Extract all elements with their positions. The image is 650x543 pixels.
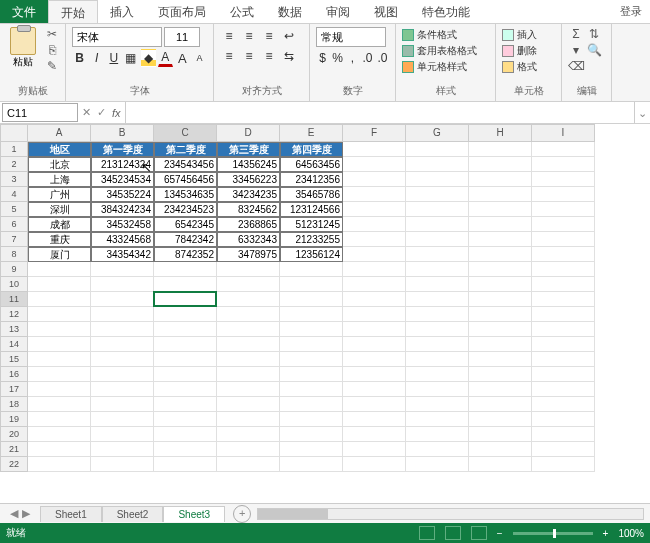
cell-B21[interactable] <box>91 442 154 457</box>
cell-F2[interactable] <box>343 157 406 172</box>
align-top-button[interactable]: ≡ <box>220 27 238 45</box>
cell-C20[interactable] <box>154 427 217 442</box>
italic-button[interactable]: I <box>89 49 104 67</box>
cell-B13[interactable] <box>91 322 154 337</box>
cell-B17[interactable] <box>91 382 154 397</box>
cell-G18[interactable] <box>406 397 469 412</box>
select-all-corner[interactable] <box>0 124 28 142</box>
column-header-H[interactable]: H <box>469 124 532 142</box>
font-color-button[interactable]: A <box>158 49 173 67</box>
underline-button[interactable]: U <box>106 49 121 67</box>
cell-E12[interactable] <box>280 307 343 322</box>
row-header-15[interactable]: 15 <box>0 352 28 367</box>
cell-H18[interactable] <box>469 397 532 412</box>
cell-H7[interactable] <box>469 232 532 247</box>
cell-G11[interactable] <box>406 292 469 307</box>
cell-I6[interactable] <box>532 217 595 232</box>
cell-I19[interactable] <box>532 412 595 427</box>
cell-G16[interactable] <box>406 367 469 382</box>
cell-C4[interactable]: 134534635 <box>154 187 217 202</box>
cell-A2[interactable]: 北京 <box>28 157 91 172</box>
tab-review[interactable]: 审阅 <box>314 0 362 23</box>
cell-I3[interactable] <box>532 172 595 187</box>
cell-C18[interactable] <box>154 397 217 412</box>
cell-G1[interactable] <box>406 142 469 157</box>
cell-I11[interactable] <box>532 292 595 307</box>
cell-F19[interactable] <box>343 412 406 427</box>
row-header-9[interactable]: 9 <box>0 262 28 277</box>
cell-D21[interactable] <box>217 442 280 457</box>
cell-C15[interactable] <box>154 352 217 367</box>
cell-B7[interactable]: 43324568 <box>91 232 154 247</box>
column-header-D[interactable]: D <box>217 124 280 142</box>
cell-A19[interactable] <box>28 412 91 427</box>
fill-color-button[interactable]: ◆ <box>141 49 156 67</box>
cell-F22[interactable] <box>343 457 406 472</box>
cell-E18[interactable] <box>280 397 343 412</box>
tab-view[interactable]: 视图 <box>362 0 410 23</box>
cell-G7[interactable] <box>406 232 469 247</box>
sheet-tab-sheet1[interactable]: Sheet1 <box>40 506 102 522</box>
cell-G22[interactable] <box>406 457 469 472</box>
tab-home[interactable]: 开始 <box>48 0 98 23</box>
column-header-I[interactable]: I <box>532 124 595 142</box>
cell-A4[interactable]: 广州 <box>28 187 91 202</box>
tab-insert[interactable]: 插入 <box>98 0 146 23</box>
cell-H3[interactable] <box>469 172 532 187</box>
worksheet-grid[interactable]: ABCDEFGHI 123456789101112131415161718192… <box>0 124 650 483</box>
cell-H19[interactable] <box>469 412 532 427</box>
cell-G13[interactable] <box>406 322 469 337</box>
cell-F14[interactable] <box>343 337 406 352</box>
shrink-font-button[interactable]: A <box>192 49 207 67</box>
cell-E8[interactable]: 12356124 <box>280 247 343 262</box>
cell-I14[interactable] <box>532 337 595 352</box>
cell-I9[interactable] <box>532 262 595 277</box>
cell-E20[interactable] <box>280 427 343 442</box>
cell-E11[interactable] <box>280 292 343 307</box>
cell-I2[interactable] <box>532 157 595 172</box>
column-header-A[interactable]: A <box>28 124 91 142</box>
grow-font-button[interactable]: A <box>175 49 190 67</box>
bold-button[interactable]: B <box>72 49 87 67</box>
column-header-C[interactable]: C <box>154 124 217 142</box>
row-header-18[interactable]: 18 <box>0 397 28 412</box>
name-box[interactable] <box>2 103 78 122</box>
view-normal-button[interactable] <box>419 526 435 540</box>
font-name-input[interactable] <box>72 27 162 47</box>
cell-D16[interactable] <box>217 367 280 382</box>
row-header-14[interactable]: 14 <box>0 337 28 352</box>
cell-C13[interactable] <box>154 322 217 337</box>
cell-D13[interactable] <box>217 322 280 337</box>
cell-G20[interactable] <box>406 427 469 442</box>
tab-formulas[interactable]: 公式 <box>218 0 266 23</box>
cell-F5[interactable] <box>343 202 406 217</box>
cell-D6[interactable]: 2368865 <box>217 217 280 232</box>
cell-C21[interactable] <box>154 442 217 457</box>
cell-H21[interactable] <box>469 442 532 457</box>
cell-H11[interactable] <box>469 292 532 307</box>
comma-button[interactable]: , <box>346 49 359 67</box>
cell-C7[interactable]: 7842342 <box>154 232 217 247</box>
paste-button[interactable]: 粘贴 <box>6 27 39 82</box>
cell-C16[interactable] <box>154 367 217 382</box>
align-center-button[interactable]: ≡ <box>240 47 258 65</box>
zoom-level[interactable]: 100% <box>618 528 644 539</box>
cell-E15[interactable] <box>280 352 343 367</box>
column-header-E[interactable]: E <box>280 124 343 142</box>
sheet-nav-prev-icon[interactable]: ◀ <box>10 507 18 520</box>
fx-icon[interactable]: fx <box>112 107 121 119</box>
cell-F7[interactable] <box>343 232 406 247</box>
copy-icon[interactable]: ⎘ <box>45 43 59 57</box>
cell-D4[interactable]: 34234235 <box>217 187 280 202</box>
row-header-4[interactable]: 4 <box>0 187 28 202</box>
cell-E9[interactable] <box>280 262 343 277</box>
cell-A10[interactable] <box>28 277 91 292</box>
cell-D14[interactable] <box>217 337 280 352</box>
cell-F8[interactable] <box>343 247 406 262</box>
tab-layout[interactable]: 页面布局 <box>146 0 218 23</box>
sheet-tab-sheet3[interactable]: Sheet3 <box>163 506 225 522</box>
cell-A15[interactable] <box>28 352 91 367</box>
cell-F15[interactable] <box>343 352 406 367</box>
row-header-2[interactable]: 2 <box>0 157 28 172</box>
cell-F20[interactable] <box>343 427 406 442</box>
